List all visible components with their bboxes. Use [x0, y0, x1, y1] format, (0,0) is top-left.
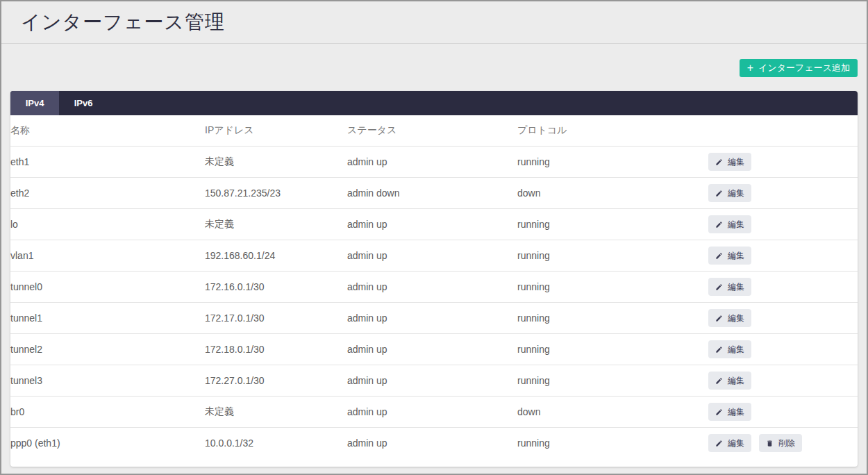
cell-protocol: running — [517, 303, 708, 334]
table-row: vlan1 192.168.60.1/24 admin up running 編… — [10, 240, 858, 272]
edit-button-label: 編集 — [728, 188, 744, 199]
cell-ip: 172.18.0.1/30 — [205, 334, 347, 365]
tab-bar: IPv4 IPv6 — [10, 91, 858, 115]
pencil-icon — [715, 315, 723, 322]
cell-name: tunnel3 — [10, 365, 205, 397]
edit-button-label: 編集 — [728, 344, 744, 356]
cell-name: ppp0 (eth1) — [10, 428, 205, 459]
edit-button-label: 編集 — [728, 406, 744, 418]
titlebar: インターフェース管理 — [1, 1, 867, 44]
content: + インターフェース追加 IPv4 IPv6 名称 — [1, 59, 867, 467]
table-row: tunnel0 172.16.0.1/30 admin up running 編… — [10, 272, 858, 303]
edit-button-label: 編集 — [728, 281, 744, 293]
cell-status: admin down — [347, 178, 517, 209]
pencil-icon — [715, 283, 723, 291]
cell-name: tunnel2 — [10, 334, 205, 365]
cell-name: vlan1 — [10, 240, 205, 272]
edit-button-label: 編集 — [728, 438, 744, 449]
cell-status: admin up — [347, 365, 517, 397]
add-interface-button-label: インターフェース追加 — [758, 62, 850, 74]
edit-button[interactable]: 編集 — [708, 372, 751, 390]
cell-ip: 未定義 — [205, 397, 347, 428]
cell-status: admin up — [347, 334, 517, 365]
cell-actions: 編集 削除 — [708, 428, 858, 459]
edit-button[interactable]: 編集 — [708, 340, 751, 358]
table-row: br0 未定義 admin up down 編集 — [10, 397, 858, 428]
col-header-name: 名称 — [10, 115, 205, 147]
col-header-protocol: プロトコル — [517, 115, 708, 147]
cell-actions: 編集 — [708, 303, 858, 334]
pencil-icon — [715, 408, 723, 416]
cell-name: tunnel0 — [10, 272, 205, 303]
cell-protocol: running — [517, 240, 708, 272]
cell-protocol: down — [517, 178, 708, 209]
pencil-icon — [715, 190, 723, 197]
pencil-icon — [715, 158, 723, 166]
col-header-actions — [708, 115, 858, 147]
pencil-icon — [715, 252, 723, 260]
col-header-ip: IPアドレス — [205, 115, 347, 147]
edit-button-label: 編集 — [728, 250, 744, 262]
edit-button[interactable]: 編集 — [708, 403, 751, 421]
edit-button[interactable]: 編集 — [708, 309, 751, 327]
cell-status: admin up — [347, 209, 517, 240]
pencil-icon — [715, 221, 723, 228]
cell-actions: 編集 — [708, 240, 858, 272]
cell-actions: 編集 — [708, 147, 858, 178]
cell-actions: 編集 — [708, 272, 858, 303]
cell-actions: 編集 — [708, 365, 858, 397]
edit-button[interactable]: 編集 — [708, 247, 751, 265]
cell-protocol: running — [517, 272, 708, 303]
table-row: ppp0 (eth1) 10.0.0.1/32 admin up running… — [10, 428, 858, 459]
add-interface-button[interactable]: + インターフェース追加 — [740, 59, 858, 77]
edit-button[interactable]: 編集 — [708, 184, 751, 202]
tab-ipv6[interactable]: IPv6 — [59, 91, 108, 115]
cell-status: admin up — [347, 428, 517, 459]
cell-name: tunnel1 — [10, 303, 205, 334]
cell-status: admin up — [347, 272, 517, 303]
trash-icon — [766, 440, 774, 447]
page: インターフェース管理 + インターフェース追加 IPv4 IPv6 — [0, 0, 868, 475]
cell-actions: 編集 — [708, 178, 858, 209]
table-row: lo 未定義 admin up running 編集 — [10, 209, 858, 240]
edit-button[interactable]: 編集 — [708, 215, 751, 233]
cell-ip: 未定義 — [205, 209, 347, 240]
cell-name: lo — [10, 209, 205, 240]
table-row: tunnel1 172.17.0.1/30 admin up running 編… — [10, 303, 858, 334]
edit-button[interactable]: 編集 — [708, 153, 751, 171]
cell-ip: 172.16.0.1/30 — [205, 272, 347, 303]
tab-ipv4[interactable]: IPv4 — [10, 91, 59, 115]
cell-name: br0 — [10, 397, 205, 428]
edit-button[interactable]: 編集 — [708, 434, 751, 452]
cell-protocol: running — [517, 334, 708, 365]
cell-protocol: running — [517, 147, 708, 178]
cell-actions: 編集 — [708, 209, 858, 240]
interface-table-card: IPv4 IPv6 名称 IPアドレス ステータス プロトコル — [10, 91, 858, 467]
pencil-icon — [715, 440, 723, 447]
delete-button-label: 削除 — [778, 438, 795, 449]
cell-ip: 150.87.21.235/23 — [205, 178, 347, 209]
table-row: eth2 150.87.21.235/23 admin down down 編集 — [10, 178, 858, 209]
toolbar: + インターフェース追加 — [10, 59, 858, 77]
table-row: tunnel3 172.27.0.1/30 admin up running 編… — [10, 365, 858, 397]
cell-protocol: running — [517, 428, 708, 459]
plus-icon: + — [747, 62, 753, 74]
cell-status: admin up — [347, 240, 517, 272]
edit-button[interactable]: 編集 — [708, 278, 751, 296]
cell-status: admin up — [347, 397, 517, 428]
cell-protocol: down — [517, 397, 708, 428]
table-row: eth1 未定義 admin up running 編集 — [10, 147, 858, 178]
cell-name: eth1 — [10, 147, 205, 178]
edit-button-label: 編集 — [728, 375, 744, 387]
edit-button-label: 編集 — [728, 156, 744, 168]
cell-name: eth2 — [10, 178, 205, 209]
interface-table: 名称 IPアドレス ステータス プロトコル eth1 未定義 admin up … — [10, 115, 858, 458]
delete-button[interactable]: 削除 — [759, 434, 802, 452]
edit-button-label: 編集 — [728, 219, 744, 231]
cell-actions: 編集 — [708, 397, 858, 428]
cell-ip: 172.27.0.1/30 — [205, 365, 347, 397]
col-header-status: ステータス — [347, 115, 517, 147]
table-header-row: 名称 IPアドレス ステータス プロトコル — [10, 115, 858, 147]
cell-actions: 編集 — [708, 334, 858, 365]
cell-protocol: running — [517, 365, 708, 397]
